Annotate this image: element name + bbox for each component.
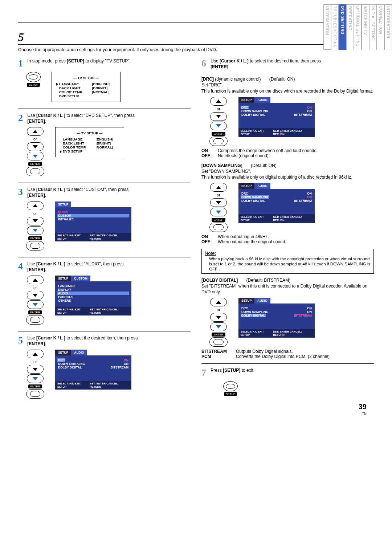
side-tab[interactable]: TROUBLESHOOTING <box>331 4 339 50</box>
side-tab[interactable]: OPERATING <box>346 4 354 50</box>
down-arrow-blue-icon[interactable] <box>27 152 44 160</box>
left-column: 1 In stop mode, press [SETUP] to display… <box>18 58 191 406</box>
step-number: 7 <box>201 367 209 378</box>
enter-label: ENTER <box>28 162 42 166</box>
note-box: Note: When playing back a 96 kHz disc wi… <box>201 249 374 273</box>
down-arrow-blue-icon[interactable] <box>210 322 227 331</box>
step-number: 2 <box>18 113 26 123</box>
step-6: 6 Use [Cursor K / L ] to select the desi… <box>201 58 374 70</box>
side-tab[interactable]: INTRODUCTION <box>384 4 392 50</box>
up-arrow-icon[interactable] <box>27 201 44 210</box>
side-tab-nav: INTRODUCTION CONNECTION INITIAL SETTING … <box>323 4 392 50</box>
step-text: Use [Cursor K / L ] to select the desire… <box>211 58 372 70</box>
chapter-heading: 5 <box>18 30 374 45</box>
step-number: 3 <box>18 187 26 197</box>
osd-setup-main: SETUP QUICK CUSTOM INITIALIZE SELECT: K/… <box>55 201 131 241</box>
down-arrow-icon[interactable] <box>27 291 44 300</box>
osd-tv-setup-1: — TV SETUP — LANGUAGE[ENGLISH] BACK LIGH… <box>52 72 121 102</box>
remote-cursor-enter[interactable]: or ENTER <box>26 276 44 325</box>
up-arrow-icon[interactable] <box>27 350 44 358</box>
note-text: When playing back a 96 kHz disc with the… <box>209 257 371 272</box>
osd-tv-setup-2: — TV SETUP — LANGUAGE[ENGLISH] BACK LIGH… <box>55 127 124 157</box>
enter-button-icon[interactable] <box>209 137 228 146</box>
down-arrow-blue-icon[interactable] <box>27 226 44 235</box>
remote-cursor-enter[interactable]: or ENTER <box>26 127 44 176</box>
step-4: 4 Use [Cursor K / L ] to select "AUDIO",… <box>18 261 191 325</box>
enter-button-icon[interactable] <box>209 337 228 347</box>
down-arrow-icon[interactable] <box>210 112 227 121</box>
step-text: Use [Cursor K / L ] to select the desire… <box>27 335 189 347</box>
step-1: 1 In stop mode, press [SETUP] to display… <box>18 58 191 102</box>
step-2: 2 Use [Cursor K / L ] to select "DVD SET… <box>18 113 191 176</box>
step-number: 5 <box>18 335 26 346</box>
down-arrow-blue-icon[interactable] <box>210 208 227 216</box>
side-tab[interactable]: INITIAL SETTING <box>369 4 377 50</box>
page-lang-code: EN <box>362 412 367 416</box>
or-label: or <box>33 137 37 141</box>
step-5: 5 Use [Cursor K / L ] to select the desi… <box>18 335 191 399</box>
remote-cursor-enter[interactable]: or ENTER <box>209 97 228 146</box>
step-text: Use [Cursor K / L ] to select "DVD SETUP… <box>27 113 189 124</box>
enter-button-icon[interactable] <box>26 389 44 399</box>
down-arrow-icon[interactable] <box>210 198 227 207</box>
page-number: 39 <box>359 403 367 411</box>
remote-setup-button[interactable]: SETUP <box>26 72 41 87</box>
note-title: Note: <box>205 250 371 256</box>
remote-cursor-enter[interactable]: or ENTER <box>209 183 228 232</box>
up-arrow-icon[interactable] <box>210 298 227 306</box>
header-rule <box>18 22 374 23</box>
setup-label: SETUP <box>27 83 40 87</box>
down-sampling-section: [DOWN SAMPLING] (Default: ON) Set "DOWN … <box>201 163 374 245</box>
osd-audio-downsampling: SETUPAUDIO DRCON DOWN SAMPLINGON DOLBY D… <box>238 183 315 223</box>
step-text: Use [Cursor K / L ] to select "CUSTOM", … <box>27 187 189 198</box>
right-column: 6 Use [Cursor K / L ] to select the desi… <box>201 58 374 406</box>
osd-setup-custom: SETUPCUSTOM LANGUAGE DISPLAY AUDIO PAREN… <box>55 276 131 315</box>
osd-audio-drc: SETUPAUDIO DRCON DOWN SAMPLINGON DOLBY D… <box>238 97 315 137</box>
step-number: 1 <box>18 58 26 69</box>
down-arrow-blue-icon[interactable] <box>210 122 227 130</box>
osd-title: — TV SETUP — <box>56 76 116 80</box>
step-number: 6 <box>201 58 209 69</box>
step-number: 4 <box>18 261 26 272</box>
remote-cursor-enter[interactable]: or ENTER <box>26 350 44 399</box>
step-7: 7 Press [SETUP] to exit. SETUP <box>201 367 374 396</box>
side-tab[interactable]: CONNECTION <box>377 4 384 50</box>
down-arrow-icon[interactable] <box>210 313 227 322</box>
setup-icon <box>26 72 41 82</box>
down-arrow-icon[interactable] <box>27 217 44 225</box>
osd-setup-audio-drc: SETUPAUDIO DRCON DOWN SAMPLINGON DOLBY D… <box>55 350 131 390</box>
two-column-layout: 1 In stop mode, press [SETUP] to display… <box>18 58 374 406</box>
enter-button-icon[interactable] <box>209 223 228 232</box>
down-arrow-blue-icon[interactable] <box>27 374 44 383</box>
up-arrow-icon[interactable] <box>27 127 44 136</box>
step-text: Press [SETUP] to exit. <box>211 367 372 373</box>
enter-button-icon[interactable] <box>26 167 44 176</box>
step-text: Use [Cursor K / L ] to select "AUDIO", t… <box>27 261 189 273</box>
side-tab[interactable]: INFORMATION <box>323 4 331 50</box>
enter-button-icon[interactable] <box>26 315 44 325</box>
up-arrow-icon[interactable] <box>210 183 227 192</box>
remote-setup-button[interactable]: SETUP <box>223 381 238 396</box>
intro-text: Choose the appropriate audio settings fo… <box>18 47 374 53</box>
remote-cursor-enter[interactable]: or ENTER <box>26 201 44 250</box>
side-tab[interactable]: WATCHING TV <box>362 4 369 50</box>
step-text: In stop mode, press [SETUP] to display "… <box>27 58 189 64</box>
side-tab-active[interactable]: DVD SETTING <box>339 4 346 50</box>
down-arrow-icon[interactable] <box>27 142 44 151</box>
down-arrow-blue-icon[interactable] <box>27 300 44 309</box>
enter-button-icon[interactable] <box>26 241 44 250</box>
up-arrow-icon[interactable] <box>27 276 44 284</box>
dolby-section: [DOLBY DIGITAL] (Default: BITSTREAM) Set… <box>201 277 374 359</box>
remote-cursor-enter[interactable]: or ENTER <box>209 298 228 347</box>
setup-label: SETUP <box>224 392 237 396</box>
down-arrow-icon[interactable] <box>27 365 44 374</box>
step-3: 3 Use [Cursor K / L ] to select "CUSTOM"… <box>18 187 191 250</box>
chapter-number: 5 <box>18 30 24 44</box>
side-tab[interactable]: OPTIONAL SETTING <box>354 4 362 50</box>
osd-audio-dolby: SETUPAUDIO DRCON DOWN SAMPLINGON DOLBY D… <box>238 298 315 338</box>
up-arrow-icon[interactable] <box>210 97 227 106</box>
drc-section: [DRC] (dynamic range control) (Default: … <box>201 76 374 158</box>
setup-icon <box>223 381 238 391</box>
manual-page: 5 Choose the appropriate audio settings … <box>0 0 392 420</box>
